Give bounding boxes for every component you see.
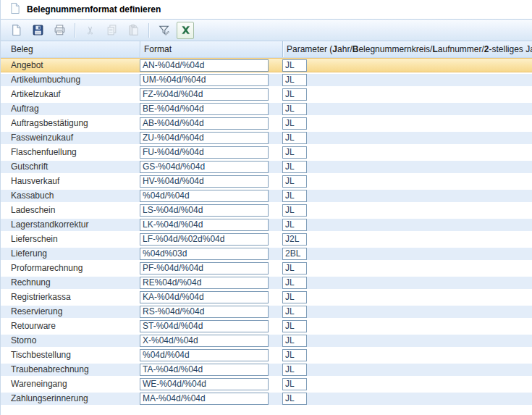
table-row[interactable]: Gutschrift [1,159,532,174]
column-header-parameter[interactable]: Parameter (Jahr/Belegnummernkreis/Laufnu… [282,41,532,57]
row-format-input[interactable] [140,248,269,260]
table-row[interactable]: Registrierkassa [1,290,532,304]
row-format-cell [140,291,282,303]
row-parameter-input[interactable] [282,74,307,86]
table-row[interactable]: Reservierung [1,304,532,319]
table-row[interactable]: Lieferschein [1,232,532,246]
row-format-cell [140,248,282,260]
row-format-input[interactable] [140,88,269,101]
table-row[interactable]: Zahlungserinnerung [1,391,532,406]
copy-button [103,22,120,39]
row-parameter-input[interactable] [282,161,307,173]
column-header-format[interactable]: Format [140,41,282,57]
table-row[interactable]: Ladeschein [1,203,532,217]
row-parameter-input[interactable] [282,248,307,260]
row-format-input[interactable] [140,277,269,289]
row-parameter-input[interactable] [282,378,307,390]
row-format-input[interactable] [140,219,269,231]
table-row[interactable]: Auftragsbestätigung [1,116,532,130]
row-format-cell [140,320,282,332]
table-row[interactable]: Auftrag [1,101,532,116]
document-icon [9,2,20,17]
row-parameter-input[interactable] [282,393,307,405]
row-format-input[interactable] [140,306,269,318]
row-parameter-input[interactable] [282,219,307,231]
table-row[interactable]: Wareneingang [1,377,532,391]
table-row[interactable]: Proformarechnung [1,261,532,275]
toolbar-separator [148,23,149,38]
table-row[interactable]: Retourware [1,319,532,333]
table-row[interactable]: Lieferung [1,246,532,261]
row-parameter-input[interactable] [282,146,307,159]
row-format-input[interactable] [140,349,269,361]
row-parameter-input[interactable] [282,277,307,289]
toolbar: ✂ [1,19,532,41]
row-format-input[interactable] [140,233,269,246]
row-parameter-input[interactable] [282,335,307,347]
table-row[interactable]: Angebot [1,58,532,72]
new-document-button[interactable] [7,22,25,39]
row-format-input[interactable] [140,364,269,376]
column-header-beleg[interactable]: Beleg [1,41,140,57]
row-parameter-cell [282,393,532,405]
row-format-input[interactable] [140,320,269,332]
row-format-input[interactable] [140,190,269,202]
row-parameter-input[interactable] [282,88,307,101]
row-parameter-cell [282,59,532,72]
row-beleg-label: Auftragsbestätigung [1,118,140,128]
row-format-input[interactable] [140,291,269,303]
cut-icon: ✂ [84,25,95,35]
row-format-input[interactable] [140,393,269,405]
row-parameter-input[interactable] [282,364,307,376]
row-format-input[interactable] [140,175,269,188]
table-row[interactable]: Rechnung [1,275,532,290]
row-parameter-cell [282,74,532,86]
row-parameter-input[interactable] [282,233,307,246]
table-row[interactable]: Tischbestellung [1,348,532,362]
row-parameter-cell [282,248,532,260]
row-parameter-input[interactable] [282,204,307,217]
table-row[interactable]: Storno [1,333,532,348]
table-row[interactable]: Hausverkauf [1,174,532,188]
filter-button[interactable] [155,22,172,39]
row-format-input[interactable] [140,204,269,217]
row-parameter-input[interactable] [282,306,307,318]
row-format-input[interactable] [140,262,269,274]
row-parameter-input[interactable] [282,320,307,332]
table-row[interactable]: Fassweinzukauf [1,130,532,145]
row-format-input[interactable] [140,59,269,72]
table-row[interactable]: Lagerstandkorrektur [1,217,532,232]
row-format-input[interactable] [140,74,269,86]
row-parameter-input[interactable] [282,103,307,115]
row-parameter-input[interactable] [282,291,307,303]
row-parameter-input[interactable] [282,190,307,202]
row-parameter-input[interactable] [282,262,307,274]
row-beleg-label: Auftrag [1,104,140,114]
table-row[interactable]: Kassabuch [1,188,532,203]
table-row[interactable]: Flaschenfuellung [1,145,532,159]
row-beleg-label: Lieferschein [1,234,140,244]
excel-export-button[interactable] [177,22,194,39]
save-button[interactable] [29,22,46,39]
row-format-input[interactable] [140,378,269,390]
table-row[interactable]: Artikelzukauf [1,87,532,101]
row-parameter-input[interactable] [282,132,307,144]
row-beleg-label: Proformarechnung [1,263,140,273]
row-format-input[interactable] [140,161,269,173]
row-format-cell [140,233,282,246]
row-format-input[interactable] [140,103,269,115]
row-parameter-input[interactable] [282,175,307,188]
table-row[interactable]: Artikelumbuchung [1,72,532,87]
row-parameter-input[interactable] [282,59,307,72]
row-format-cell [140,393,282,405]
row-parameter-input[interactable] [282,349,307,361]
row-format-input[interactable] [140,146,269,159]
row-format-input[interactable] [140,132,269,144]
row-format-input[interactable] [140,335,269,347]
row-parameter-input[interactable] [282,117,307,130]
row-format-input[interactable] [140,117,269,130]
row-format-cell [140,59,282,72]
title-bar: Belegnummernformat definieren [1,0,532,19]
print-button[interactable] [51,22,68,39]
table-row[interactable]: Traubenabrechnung [1,362,532,377]
